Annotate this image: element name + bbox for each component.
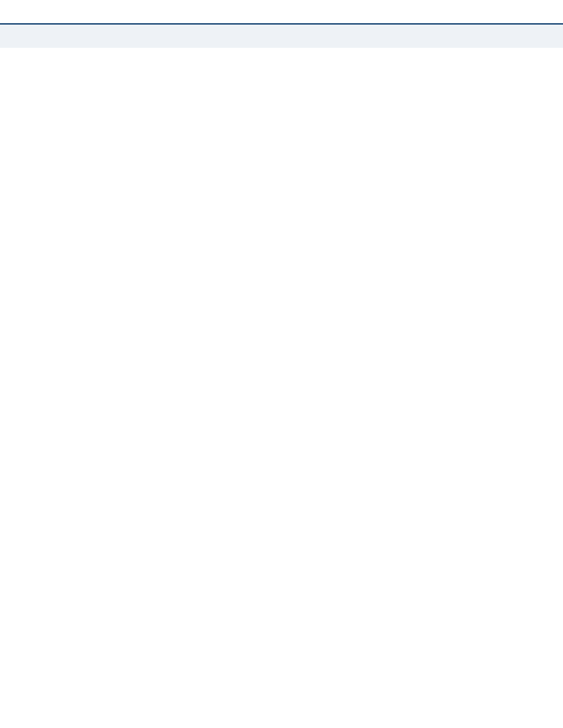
page-header-band [0,25,563,48]
